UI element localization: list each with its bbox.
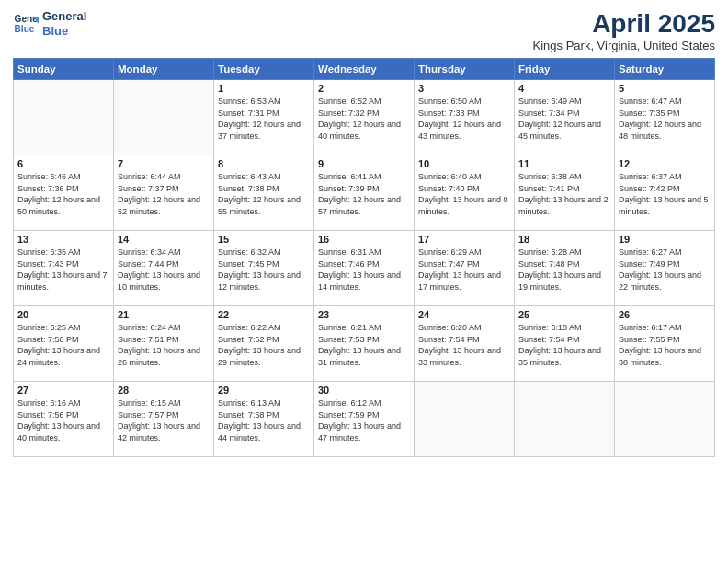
day-info: Sunrise: 6:49 AM Sunset: 7:34 PM Dayligh… xyxy=(518,96,610,142)
calendar-cell: 23Sunrise: 6:21 AM Sunset: 7:53 PM Dayli… xyxy=(314,306,415,382)
day-number: 13 xyxy=(17,234,109,245)
calendar-cell: 1Sunrise: 6:53 AM Sunset: 7:31 PM Daylig… xyxy=(214,80,314,155)
calendar-cell: 12Sunrise: 6:37 AM Sunset: 7:42 PM Dayli… xyxy=(615,155,715,231)
day-info: Sunrise: 6:15 AM Sunset: 7:57 PM Dayligh… xyxy=(118,397,210,443)
day-number: 3 xyxy=(418,83,510,94)
day-number: 18 xyxy=(518,234,610,245)
day-number: 27 xyxy=(17,385,109,396)
day-info: Sunrise: 6:13 AM Sunset: 7:58 PM Dayligh… xyxy=(218,397,310,443)
day-number: 4 xyxy=(518,83,610,94)
day-info: Sunrise: 6:37 AM Sunset: 7:42 PM Dayligh… xyxy=(619,171,711,217)
day-number: 8 xyxy=(218,158,310,169)
day-info: Sunrise: 6:41 AM Sunset: 7:39 PM Dayligh… xyxy=(318,171,410,217)
day-number: 19 xyxy=(619,234,711,245)
calendar-cell: 9Sunrise: 6:41 AM Sunset: 7:39 PM Daylig… xyxy=(314,155,415,231)
day-info: Sunrise: 6:31 AM Sunset: 7:46 PM Dayligh… xyxy=(318,247,410,293)
day-number: 16 xyxy=(318,234,410,245)
day-number: 6 xyxy=(17,158,109,169)
day-header-monday: Monday xyxy=(114,59,214,80)
day-number: 24 xyxy=(418,309,510,320)
logo: General Blue General Blue xyxy=(13,9,86,38)
page: General Blue General Blue April 2025 Kin… xyxy=(0,0,728,563)
day-number: 20 xyxy=(17,309,109,320)
day-info: Sunrise: 6:24 AM Sunset: 7:51 PM Dayligh… xyxy=(118,322,210,368)
week-row-2: 6Sunrise: 6:46 AM Sunset: 7:36 PM Daylig… xyxy=(14,155,715,231)
calendar-cell: 24Sunrise: 6:20 AM Sunset: 7:54 PM Dayli… xyxy=(415,306,515,382)
logo-line1: General xyxy=(42,9,86,24)
day-number: 30 xyxy=(318,385,410,396)
day-info: Sunrise: 6:43 AM Sunset: 7:38 PM Dayligh… xyxy=(218,171,310,217)
header: General Blue General Blue April 2025 Kin… xyxy=(13,9,715,52)
calendar-header-row: SundayMondayTuesdayWednesdayThursdayFrid… xyxy=(14,59,715,80)
day-number: 21 xyxy=(118,309,210,320)
week-row-1: 1Sunrise: 6:53 AM Sunset: 7:31 PM Daylig… xyxy=(14,80,715,155)
calendar-cell: 8Sunrise: 6:43 AM Sunset: 7:38 PM Daylig… xyxy=(214,155,314,231)
day-info: Sunrise: 6:25 AM Sunset: 7:50 PM Dayligh… xyxy=(17,322,109,368)
day-number: 9 xyxy=(318,158,410,169)
day-number: 23 xyxy=(318,309,410,320)
day-info: Sunrise: 6:20 AM Sunset: 7:54 PM Dayligh… xyxy=(418,322,510,368)
day-info: Sunrise: 6:32 AM Sunset: 7:45 PM Dayligh… xyxy=(218,247,310,293)
week-row-5: 27Sunrise: 6:16 AM Sunset: 7:56 PM Dayli… xyxy=(14,382,715,457)
calendar: SundayMondayTuesdayWednesdayThursdayFrid… xyxy=(13,58,715,457)
calendar-cell xyxy=(615,382,715,457)
day-info: Sunrise: 6:27 AM Sunset: 7:49 PM Dayligh… xyxy=(619,247,711,293)
calendar-cell: 3Sunrise: 6:50 AM Sunset: 7:33 PM Daylig… xyxy=(415,80,515,155)
day-number: 2 xyxy=(318,83,410,94)
calendar-cell: 7Sunrise: 6:44 AM Sunset: 7:37 PM Daylig… xyxy=(114,155,214,231)
day-number: 15 xyxy=(218,234,310,245)
day-number: 14 xyxy=(118,234,210,245)
calendar-cell: 29Sunrise: 6:13 AM Sunset: 7:58 PM Dayli… xyxy=(214,382,314,457)
calendar-cell: 26Sunrise: 6:17 AM Sunset: 7:55 PM Dayli… xyxy=(615,306,715,382)
day-number: 28 xyxy=(118,385,210,396)
day-info: Sunrise: 6:53 AM Sunset: 7:31 PM Dayligh… xyxy=(218,96,310,142)
logo-line2: Blue xyxy=(42,24,86,39)
calendar-cell: 17Sunrise: 6:29 AM Sunset: 7:47 PM Dayli… xyxy=(415,231,515,306)
week-row-3: 13Sunrise: 6:35 AM Sunset: 7:43 PM Dayli… xyxy=(14,231,715,306)
calendar-cell: 19Sunrise: 6:27 AM Sunset: 7:49 PM Dayli… xyxy=(615,231,715,306)
calendar-cell: 11Sunrise: 6:38 AM Sunset: 7:41 PM Dayli… xyxy=(515,155,615,231)
day-info: Sunrise: 6:46 AM Sunset: 7:36 PM Dayligh… xyxy=(17,171,109,217)
day-number: 7 xyxy=(118,158,210,169)
main-title: April 2025 xyxy=(533,9,715,39)
day-info: Sunrise: 6:17 AM Sunset: 7:55 PM Dayligh… xyxy=(619,322,711,368)
day-info: Sunrise: 6:47 AM Sunset: 7:35 PM Dayligh… xyxy=(619,96,711,142)
title-block: April 2025 Kings Park, Virginia, United … xyxy=(533,9,715,52)
day-info: Sunrise: 6:28 AM Sunset: 7:48 PM Dayligh… xyxy=(518,247,610,293)
day-number: 1 xyxy=(218,83,310,94)
day-info: Sunrise: 6:22 AM Sunset: 7:52 PM Dayligh… xyxy=(218,322,310,368)
day-number: 10 xyxy=(418,158,510,169)
calendar-cell: 21Sunrise: 6:24 AM Sunset: 7:51 PM Dayli… xyxy=(114,306,214,382)
day-number: 17 xyxy=(418,234,510,245)
day-header-saturday: Saturday xyxy=(615,59,715,80)
calendar-cell: 15Sunrise: 6:32 AM Sunset: 7:45 PM Dayli… xyxy=(214,231,314,306)
calendar-cell: 10Sunrise: 6:40 AM Sunset: 7:40 PM Dayli… xyxy=(415,155,515,231)
calendar-cell: 14Sunrise: 6:34 AM Sunset: 7:44 PM Dayli… xyxy=(114,231,214,306)
day-number: 12 xyxy=(619,158,711,169)
calendar-cell: 18Sunrise: 6:28 AM Sunset: 7:48 PM Dayli… xyxy=(515,231,615,306)
calendar-cell xyxy=(415,382,515,457)
day-header-wednesday: Wednesday xyxy=(314,59,415,80)
day-number: 5 xyxy=(619,83,711,94)
svg-text:Blue: Blue xyxy=(15,24,35,34)
calendar-cell: 25Sunrise: 6:18 AM Sunset: 7:54 PM Dayli… xyxy=(515,306,615,382)
day-info: Sunrise: 6:35 AM Sunset: 7:43 PM Dayligh… xyxy=(17,247,109,293)
day-info: Sunrise: 6:44 AM Sunset: 7:37 PM Dayligh… xyxy=(118,171,210,217)
day-number: 11 xyxy=(518,158,610,169)
day-number: 29 xyxy=(218,385,310,396)
day-number: 22 xyxy=(218,309,310,320)
day-number: 25 xyxy=(518,309,610,320)
day-info: Sunrise: 6:34 AM Sunset: 7:44 PM Dayligh… xyxy=(118,247,210,293)
logo-text: General Blue xyxy=(42,9,86,38)
calendar-cell: 20Sunrise: 6:25 AM Sunset: 7:50 PM Dayli… xyxy=(14,306,114,382)
calendar-cell: 16Sunrise: 6:31 AM Sunset: 7:46 PM Dayli… xyxy=(314,231,415,306)
day-header-tuesday: Tuesday xyxy=(214,59,314,80)
day-info: Sunrise: 6:18 AM Sunset: 7:54 PM Dayligh… xyxy=(518,322,610,368)
calendar-cell: 5Sunrise: 6:47 AM Sunset: 7:35 PM Daylig… xyxy=(615,80,715,155)
calendar-cell xyxy=(515,382,615,457)
day-header-thursday: Thursday xyxy=(415,59,515,80)
calendar-cell: 2Sunrise: 6:52 AM Sunset: 7:32 PM Daylig… xyxy=(314,80,415,155)
day-info: Sunrise: 6:40 AM Sunset: 7:40 PM Dayligh… xyxy=(418,171,510,217)
calendar-cell xyxy=(14,80,114,155)
calendar-cell: 27Sunrise: 6:16 AM Sunset: 7:56 PM Dayli… xyxy=(14,382,114,457)
